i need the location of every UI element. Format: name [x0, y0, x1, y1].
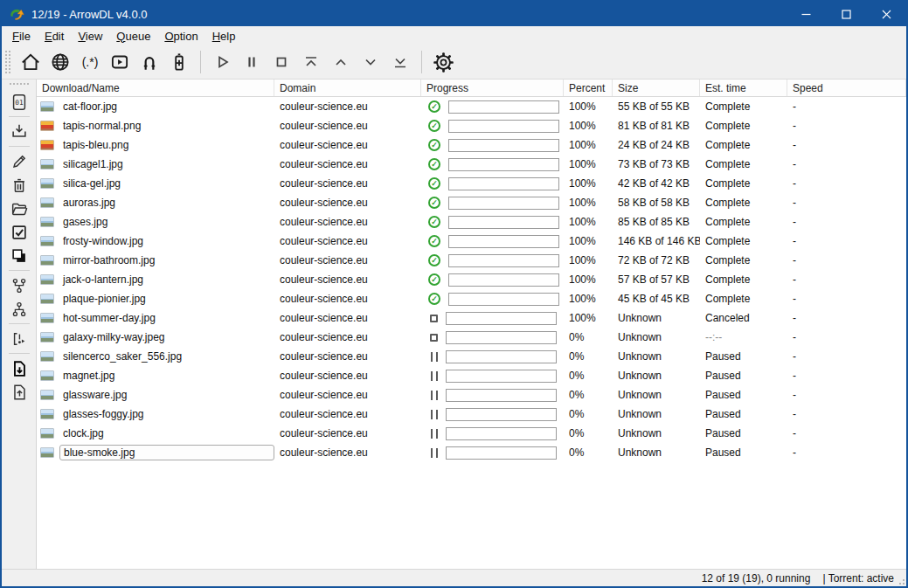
table-row[interactable]: frosty-window.jpg couleur-science.eu 100… — [37, 232, 906, 251]
column-header-est-time[interactable]: Est. time — [700, 80, 787, 96]
percent-cell: 0% — [564, 331, 613, 343]
status-icon — [428, 139, 440, 151]
resume-button[interactable] — [207, 49, 237, 75]
file-name: magnet.jpg — [59, 369, 118, 383]
add-batch-button[interactable]: (.*) — [75, 49, 105, 75]
menu-help[interactable]: Help — [205, 28, 243, 45]
move-bottom-button[interactable] — [385, 49, 415, 75]
rename-batch-button[interactable]: 01 — [6, 90, 32, 114]
pause-button[interactable] — [237, 49, 267, 75]
table-row[interactable]: auroras.jpg couleur-science.eu 100% 58 K… — [37, 193, 906, 212]
column-header-domain[interactable]: Domain — [274, 80, 421, 96]
file-name: hot-summer-day.jpg — [59, 311, 159, 325]
status-icon — [431, 448, 438, 458]
status-torrent: | Torrent: active — [822, 572, 894, 585]
close-button[interactable] — [866, 2, 906, 26]
table-row[interactable]: tapis-normal.png couleur-science.eu 100%… — [37, 116, 906, 135]
table-row[interactable]: hot-summer-day.jpg couleur-science.eu 10… — [37, 308, 906, 328]
move-top-button[interactable] — [296, 49, 326, 75]
table-row[interactable]: glasses-foggy.jpg couleur-science.eu 0% … — [37, 405, 906, 424]
move-down-button[interactable] — [356, 49, 385, 75]
open-folder-button[interactable] — [6, 197, 32, 220]
invert-selection-button[interactable] — [6, 244, 32, 267]
group-button[interactable] — [6, 273, 32, 297]
stop-button[interactable] — [267, 49, 296, 75]
ungroup-button[interactable] — [6, 297, 32, 321]
table-row[interactable]: silicagel1.jpg couleur-science.eu 100% 7… — [37, 155, 906, 174]
progress-cell — [421, 197, 564, 210]
table-row[interactable]: glassware.jpg couleur-science.eu 0% Unkn… — [37, 385, 906, 405]
menu-queue[interactable]: Queue — [109, 28, 157, 45]
table-row[interactable]: cat-floor.jpg couleur-science.eu 100% 55… — [37, 97, 906, 116]
progress-bar — [448, 254, 559, 267]
force-start-button[interactable] — [6, 327, 32, 350]
percent-cell: 100% — [564, 177, 613, 190]
add-content-button[interactable] — [45, 49, 75, 75]
minimize-button[interactable] — [786, 2, 826, 26]
toolbar-separator — [421, 51, 422, 73]
save-button[interactable] — [6, 120, 32, 143]
import-button[interactable] — [6, 356, 32, 380]
home-button[interactable] — [16, 49, 45, 75]
add-torrent-button[interactable] — [135, 49, 164, 75]
table-row[interactable]: galaxy-milky-way.jpeg couleur-science.eu… — [37, 328, 906, 347]
file-thumbnail-icon — [40, 428, 54, 439]
table-row[interactable]: gases.jpg couleur-science.eu 100% 85 KB … — [37, 212, 906, 232]
table-row[interactable]: mirror-bathroom.jpg couleur-science.eu 1… — [37, 251, 906, 270]
progress-cell — [421, 273, 564, 287]
downloads-table: Download/Name Domain Progress Percent Si… — [37, 80, 906, 569]
table-row[interactable]: magnet.jpg couleur-science.eu 0% Unknown… — [37, 366, 906, 385]
delete-button[interactable] — [6, 173, 32, 197]
settings-button[interactable] — [428, 49, 458, 75]
est-time-cell: --:-- — [700, 331, 787, 343]
bracket-exclaim-icon — [10, 330, 28, 348]
side-toolbar-grip[interactable] — [10, 83, 29, 86]
speed-cell: - — [787, 120, 906, 132]
column-header-speed[interactable]: Speed — [787, 80, 906, 96]
file-name: silicagel1.jpg — [59, 157, 127, 171]
table-row[interactable]: blue-smoke.jpg couleur-science.eu 0% Unk… — [37, 443, 906, 462]
menu-view[interactable]: View — [71, 28, 109, 45]
stop-icon — [271, 52, 292, 73]
table-row[interactable]: silica-gel.jpg couleur-science.eu 100% 4… — [37, 174, 906, 193]
est-time-cell: Complete — [700, 197, 787, 209]
maximize-button[interactable] — [826, 2, 866, 26]
move-up-button[interactable] — [326, 49, 356, 75]
column-header-percent[interactable]: Percent — [564, 80, 613, 96]
column-header-name[interactable]: Download/Name — [37, 80, 274, 96]
toolbar-grip[interactable] — [5, 51, 10, 73]
column-header-size[interactable]: Size — [613, 80, 700, 96]
table-row[interactable]: clock.jpg couleur-science.eu 0% Unknown … — [37, 424, 906, 443]
menu-edit[interactable]: Edit — [38, 28, 71, 45]
menu-file[interactable]: File — [5, 28, 38, 45]
table-row[interactable]: jack-o-lantern.jpg couleur-science.eu 10… — [37, 270, 906, 289]
column-header-progress[interactable]: Progress — [421, 80, 564, 96]
status-icon — [430, 334, 438, 342]
file-name: jack-o-lantern.jpg — [59, 273, 147, 287]
percent-cell: 100% — [564, 293, 613, 305]
table-row[interactable]: tapis-bleu.png couleur-science.eu 100% 2… — [37, 135, 906, 155]
size-cell: Unknown — [613, 408, 700, 420]
resize-grip[interactable] — [903, 583, 905, 585]
speed-cell: - — [787, 312, 906, 324]
progress-cell — [421, 408, 564, 421]
size-cell: 55 KB of 55 KB — [613, 100, 700, 113]
toolbar: (.*) — [2, 45, 906, 79]
table-header: Download/Name Domain Progress Percent Si… — [37, 80, 906, 97]
add-urls-button[interactable] — [164, 49, 194, 75]
export-button[interactable] — [6, 380, 32, 404]
table-row[interactable]: plaque-pionier.jpg couleur-science.eu 10… — [37, 289, 906, 308]
select-all-button[interactable] — [6, 220, 32, 244]
edit-button[interactable] — [6, 149, 32, 173]
app-logo-icon — [9, 6, 24, 22]
size-cell: Unknown — [613, 370, 700, 382]
menu-option[interactable]: Option — [157, 28, 204, 45]
checkbox-checked-icon — [10, 223, 29, 242]
table-row[interactable]: silencerco_saker_556.jpg couleur-science… — [37, 347, 906, 366]
est-time-cell: Paused — [700, 408, 787, 420]
size-cell: 72 KB of 72 KB — [613, 254, 700, 266]
move-down-icon — [360, 52, 381, 73]
percent-cell: 0% — [564, 350, 613, 363]
trash-icon — [10, 176, 29, 195]
add-stream-button[interactable] — [105, 49, 135, 75]
